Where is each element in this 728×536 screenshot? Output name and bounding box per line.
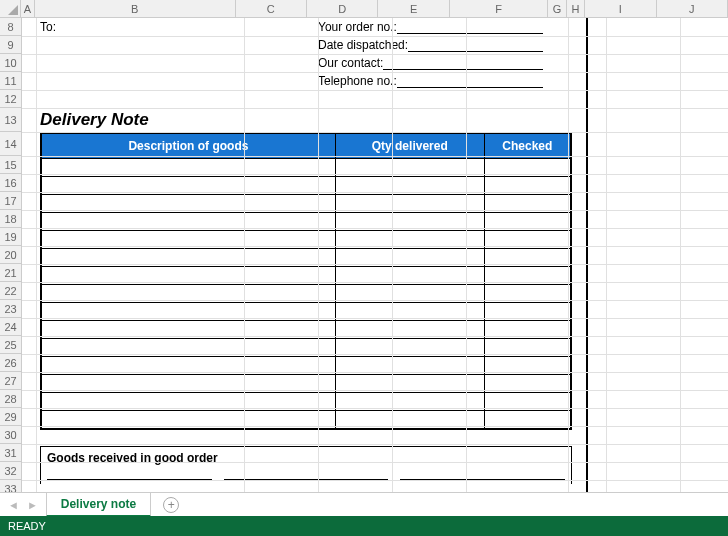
- delivery-table: Description of goods Qty delivered Check…: [40, 132, 572, 430]
- page-title: Delivery Note: [40, 110, 149, 130]
- row-header[interactable]: 33: [0, 480, 21, 492]
- column-header[interactable]: H: [567, 0, 585, 17]
- dispatched-label: Date dispatched:: [318, 38, 408, 52]
- row-header[interactable]: 21: [0, 264, 21, 282]
- contact-label: Our contact:: [318, 56, 383, 70]
- new-sheet-button[interactable]: +: [163, 497, 179, 513]
- column-header[interactable]: F: [450, 0, 548, 17]
- dispatched-line: Date dispatched:: [318, 38, 543, 52]
- row-header[interactable]: 15: [0, 156, 21, 174]
- row-header[interactable]: 24: [0, 318, 21, 336]
- dispatched-underline: [408, 38, 543, 52]
- row-header[interactable]: 23: [0, 300, 21, 318]
- row-header[interactable]: 29: [0, 408, 21, 426]
- column-header[interactable]: C: [236, 0, 307, 17]
- row-header[interactable]: 17: [0, 192, 21, 210]
- row-header[interactable]: 30: [0, 426, 21, 444]
- header-description: Description of goods: [42, 134, 336, 158]
- row-header[interactable]: 31: [0, 444, 21, 462]
- row-header[interactable]: 18: [0, 210, 21, 228]
- order-no-line: Your order no.:: [318, 20, 543, 34]
- row-header[interactable]: 14: [0, 132, 21, 156]
- row-header[interactable]: 8: [0, 18, 21, 36]
- tab-next-icon[interactable]: ►: [27, 499, 38, 511]
- table-header-row: Description of goods Qty delivered Check…: [42, 134, 570, 158]
- row-header[interactable]: 27: [0, 372, 21, 390]
- column-header[interactable]: J: [657, 0, 728, 17]
- order-no-label: Your order no.:: [318, 20, 397, 34]
- row-header[interactable]: 25: [0, 336, 21, 354]
- tab-nav: ◄ ►: [0, 499, 46, 511]
- contact-line: Our contact:: [318, 56, 543, 70]
- row-header[interactable]: 28: [0, 390, 21, 408]
- row-headers: 8910111213141516171819202122232425262728…: [0, 18, 22, 492]
- column-header[interactable]: G: [548, 0, 566, 17]
- status-text: READY: [8, 520, 46, 532]
- row-header[interactable]: 11: [0, 72, 21, 90]
- header-qty: Qty delivered: [336, 134, 485, 158]
- column-header[interactable]: I: [585, 0, 656, 17]
- column-header[interactable]: E: [378, 0, 449, 17]
- header-checked: Checked: [485, 134, 570, 158]
- column-header[interactable]: B: [35, 0, 236, 17]
- select-all-triangle[interactable]: [0, 0, 21, 17]
- tab-prev-icon[interactable]: ◄: [8, 499, 19, 511]
- row-header[interactable]: 16: [0, 174, 21, 192]
- row-header[interactable]: 12: [0, 90, 21, 108]
- status-bar: READY: [0, 516, 728, 536]
- telephone-line: Telephone no.:: [318, 74, 543, 88]
- column-headers: ABCDEFGHIJ: [0, 0, 728, 18]
- row-header[interactable]: 22: [0, 282, 21, 300]
- row-header[interactable]: 26: [0, 354, 21, 372]
- column-header[interactable]: D: [307, 0, 378, 17]
- spreadsheet-grid: ABCDEFGHIJ 89101112131415161718192021222…: [0, 0, 728, 492]
- column-header[interactable]: A: [21, 0, 35, 17]
- row-header[interactable]: 20: [0, 246, 21, 264]
- sheet-tabs-bar: ◄ ► Delivery note +: [0, 492, 728, 516]
- row-header[interactable]: 19: [0, 228, 21, 246]
- telephone-label: Telephone no.:: [318, 74, 397, 88]
- row-header[interactable]: 13: [0, 108, 21, 132]
- telephone-underline: [397, 74, 543, 88]
- row-header[interactable]: 10: [0, 54, 21, 72]
- goods-received-box: Goods received in good order: [40, 446, 572, 484]
- to-label: To:: [40, 20, 56, 34]
- order-no-underline: [397, 20, 543, 34]
- sheet-tab-delivery-note[interactable]: Delivery note: [46, 493, 151, 517]
- contact-underline: [383, 56, 543, 70]
- row-header[interactable]: 32: [0, 462, 21, 480]
- cells-area[interactable]: To: Your order no.: Date dispatched: Our…: [22, 18, 728, 492]
- row-header[interactable]: 9: [0, 36, 21, 54]
